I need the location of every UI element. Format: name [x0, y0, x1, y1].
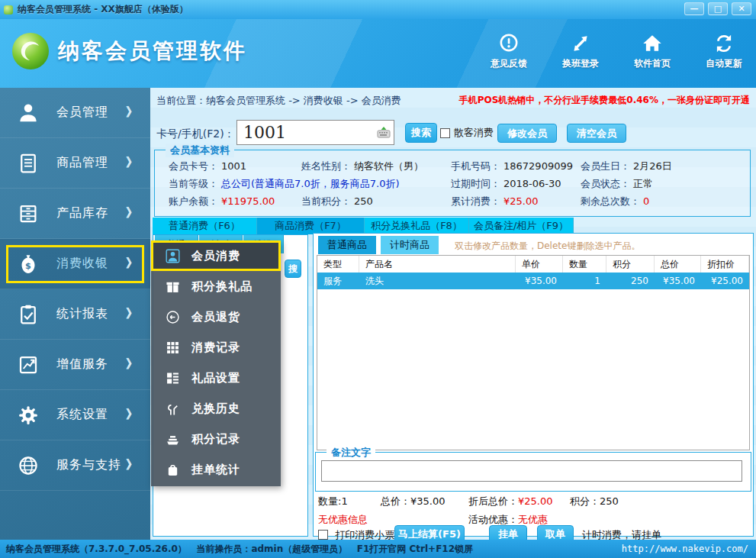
- card-number-label: 卡号/手机(F2)：: [156, 127, 235, 141]
- sidebar-item-product-management[interactable]: 商品管理 》: [0, 138, 150, 189]
- home-button[interactable]: 软件首页: [634, 33, 671, 70]
- sidebar-item-settings[interactable]: 系统设置 》: [0, 390, 150, 440]
- table-hint: 双击修改产品数量，Delete键删除选中产品。: [455, 240, 640, 253]
- feedback-icon: [497, 33, 520, 54]
- submenu-label: 消费记录: [191, 340, 240, 355]
- summary-total: 总价：¥35.00: [381, 495, 446, 508]
- field-value: 250: [354, 195, 373, 207]
- field-value: 正常: [633, 178, 653, 189]
- field-value: 2018-06-30: [503, 178, 561, 189]
- field-label: 姓名性别：: [301, 160, 351, 172]
- status-bar: 纳客会员管理系统（7.3.7.0_7.05.26.0） 当前操作员：admin（…: [0, 540, 756, 558]
- breadcrumb: 当前位置：纳客会员管理系统 -> 消费收银 -> 会员消费: [156, 94, 401, 108]
- cell-total: ¥35.00: [655, 273, 701, 289]
- auto-update-button[interactable]: 自动更新: [706, 33, 742, 70]
- quick-search-button[interactable]: 搜: [285, 260, 301, 278]
- globe-icon: [17, 454, 40, 477]
- chevron-right-icon: 》: [126, 306, 138, 322]
- chevron-right-icon: 》: [126, 105, 138, 121]
- status-version: 纳客会员管理系统（7.3.7.0_7.05.26.0）: [6, 543, 187, 554]
- submenu-item-pending-order-stats[interactable]: 挂单统计: [151, 454, 281, 485]
- cell-unit-price: ¥35.00: [516, 273, 563, 289]
- minimize-button[interactable]: —: [684, 2, 704, 15]
- cabinet-icon: [17, 202, 40, 225]
- search-button[interactable]: 搜索: [405, 123, 437, 143]
- auto-update-label: 自动更新: [706, 57, 742, 70]
- submenu-item-points-records[interactable]: 积分记录: [151, 424, 281, 454]
- feedback-button[interactable]: 意见反馈: [491, 33, 527, 70]
- logo-text: 纳客会员管理软件: [58, 37, 247, 66]
- keyboard-icon[interactable]: [377, 126, 391, 140]
- walkin-checkbox[interactable]: [440, 128, 450, 138]
- chevron-right-icon: 》: [126, 256, 138, 272]
- sidebar-item-reports[interactable]: 统计报表 》: [0, 289, 150, 340]
- svg-text:$: $: [25, 260, 31, 270]
- table-row[interactable]: 服务 洗头 ¥35.00 1 250 ¥35.00 ¥25.00: [317, 273, 749, 289]
- field-value: 2月26日: [633, 160, 672, 172]
- note-textarea[interactable]: [321, 460, 742, 482]
- cell-type: 服务: [317, 273, 359, 289]
- tab-goods-consume[interactable]: 商品消费（F7）: [257, 218, 365, 234]
- tab-points-exchange[interactable]: 积分兑换礼品（F8）: [365, 218, 469, 234]
- shift-login-button[interactable]: 换班登录: [562, 33, 599, 70]
- consume-detail-panel: 普通商品 计时商品 双击修改产品数量，Delete键删除选中产品。 类型 产品名…: [313, 233, 754, 537]
- chart-icon: [17, 353, 40, 376]
- print-receipt-checkbox[interactable]: [318, 530, 328, 540]
- submenu-item-gift-settings[interactable]: 礼品设置: [151, 363, 281, 393]
- maximize-button[interactable]: □: [708, 2, 728, 15]
- field-label: 会员生日：: [581, 160, 630, 172]
- sidebar-item-cashier[interactable]: $ 消费收银 》: [0, 239, 150, 289]
- submenu-label: 礼品设置: [191, 371, 240, 385]
- member-info-panel: 会员基本资料 会员卡号：1001 姓名性别：纳客软件（男） 手机号码：18672…: [154, 150, 751, 217]
- close-button[interactable]: ✕: [732, 2, 751, 15]
- auto-update-icon: [713, 33, 735, 54]
- clear-member-button[interactable]: 清空会员: [567, 124, 626, 143]
- home-icon: [641, 33, 664, 54]
- tab-normal-consume[interactable]: 普通消费（F6）: [153, 218, 257, 234]
- sidebar-item-support[interactable]: 服务与支持 》: [0, 440, 150, 491]
- grid-icon: [165, 340, 181, 356]
- submenu-item-exchange-history[interactable]: 兑换历史: [151, 393, 281, 424]
- col-points: 积分: [606, 256, 655, 273]
- edit-member-button[interactable]: 修改会员: [497, 124, 557, 143]
- submenu-item-consume-records[interactable]: 消费记录: [151, 332, 281, 363]
- submenu-label: 会员退货: [191, 310, 240, 324]
- promo-text: 手机POS机热销中，不分行业手续费最低0.46%，一张身份证即可开通: [459, 94, 750, 107]
- chevron-right-icon: 》: [126, 457, 138, 473]
- card-number-input[interactable]: [236, 120, 394, 145]
- col-total: 总价: [655, 256, 701, 273]
- logo-icon: [11, 31, 50, 71]
- document-icon: [17, 152, 40, 175]
- sidebar-label: 服务与支持: [56, 457, 121, 473]
- title-bar: 纳客会员管理系统 - XX旗舰店（体验版） — □ ✕: [0, 0, 756, 19]
- blocks-list-icon: [165, 370, 181, 386]
- tab-timed-goods[interactable]: 计时商品: [381, 236, 439, 254]
- submenu-item-member-return[interactable]: 会员退货: [151, 302, 281, 332]
- summary-discount-total: 折后总价：¥25.00: [468, 495, 553, 508]
- tab-normal-goods[interactable]: 普通商品: [318, 236, 376, 254]
- sidebar-label: 消费收银: [56, 256, 108, 272]
- gift-icon: [165, 279, 181, 295]
- walkin-label: 散客消费: [454, 126, 494, 140]
- field-value: 总公司(普通商品7.0折，服务商品7.0折): [221, 178, 400, 189]
- sidebar-label: 产品库存: [56, 205, 108, 221]
- col-product: 产品名: [359, 256, 516, 273]
- sidebar-item-inventory[interactable]: 产品库存 》: [0, 189, 150, 239]
- print-receipt-label: 打印消费小票: [335, 529, 394, 540]
- return-icon: [165, 309, 181, 325]
- chevron-right-icon: 》: [126, 155, 138, 171]
- clipboard-icon: [17, 303, 40, 326]
- field-label: 手机号码：: [451, 160, 500, 172]
- sidebar-item-member-management[interactable]: 会员管理 》: [0, 88, 150, 138]
- shift-login-label: 换班登录: [562, 57, 599, 70]
- sidebar-item-value-added[interactable]: 增值服务 》: [0, 340, 150, 390]
- chevron-right-icon: 》: [126, 205, 138, 221]
- consume-tab-bar: 普通消费（F6） 商品消费（F7） 积分兑换礼品（F8） 会员备注/相片（F9）: [153, 218, 574, 234]
- app-header: 纳客会员管理软件 意见反馈 换班登录 软件首页: [0, 19, 756, 88]
- field-label: 当前积分：: [301, 195, 351, 207]
- tab-member-note-photo[interactable]: 会员备注/相片（F9）: [469, 218, 574, 234]
- submenu-item-points-gift[interactable]: 积分换礼品: [151, 271, 281, 302]
- submenu-item-member-consume[interactable]: 会员消费: [151, 240, 281, 271]
- sidebar-label: 会员管理: [56, 105, 108, 121]
- status-url[interactable]: http://www.nakevip.com/: [622, 543, 748, 554]
